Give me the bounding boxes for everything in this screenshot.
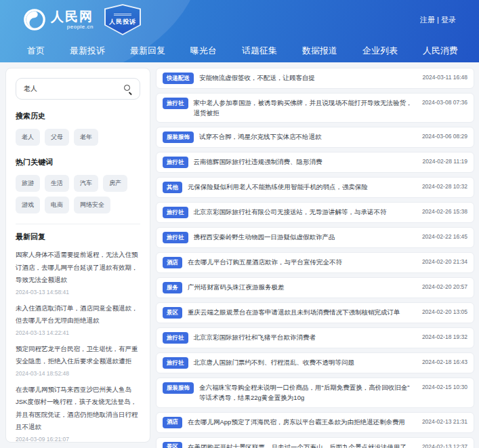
reply-timestamp: 2024-03-09 16:21:07 xyxy=(16,436,140,443)
reply-timestamp: 2024-03-14 18:52:48 xyxy=(16,370,140,377)
hot-keywords-title: 热门关键词 xyxy=(16,157,140,167)
complaint-title: 北京京彩国际旅行社有限公司无接送站，无导游讲解等，与承诺不符 xyxy=(194,207,415,218)
search-history-tag[interactable]: 老年 xyxy=(74,129,98,146)
complaint-row[interactable]: 旅行社 携程西安秦岭野生动物园一日游疑似虚假欺诈产品 2024-02-22 16… xyxy=(156,227,474,248)
search-history-tag[interactable]: 老人 xyxy=(16,129,40,146)
reply-text[interactable]: 在去哪儿网预订马来西亚沙巴州美人鱼岛JSK度假村一晚行程，孩子发烧无法登岛，并且… xyxy=(16,384,140,434)
complaint-row[interactable]: 酒店 在去哪儿网App预定了洱海民宿，房东以平台霸王条款为由拒绝退还剩余费用 2… xyxy=(156,412,474,433)
complaint-title: 重庆云端之眼观景台在游客申请退款且未到场消费情况下强制核销完成订单 xyxy=(188,307,415,318)
category-badge: 服装服饰 xyxy=(163,131,194,143)
shield-label: 人民投诉 xyxy=(109,18,136,26)
complaint-row[interactable]: 景区 在美团购买开封十景区联票，只去过一个万寿山，后面九个景点就没法使用了 20… xyxy=(156,437,474,448)
hot-keyword-tag[interactable]: 网络安全 xyxy=(74,197,110,213)
reply-item: 在去哪儿网预订马来西亚沙巴州美人鱼岛JSK度假村一晚行程，孩子发烧无法登岛，并且… xyxy=(16,384,140,443)
complaint-title: 北京唐人国旅门票约不到、行程混乱、收费不透明等问题 xyxy=(194,357,415,368)
complaint-list: 快递配送 安能物流虚假签收，不配送，让顾客自提 2024-03-11 16:48… xyxy=(156,68,474,448)
complaint-title: 元保保险疑似利用老人不能熟练使用智能手机的弱点，强卖保险 xyxy=(188,182,415,192)
hot-keyword-tag[interactable]: 生活 xyxy=(45,175,69,192)
complaint-row[interactable]: 景区 重庆云端之眼观景台在游客申请退款且未到场消费情况下强制核销完成订单 202… xyxy=(156,302,474,323)
complaint-title: 北京京彩国际旅行社和飞猪平台欺诈消费者 xyxy=(194,332,415,343)
search-history-title: 搜索历史 xyxy=(16,111,140,121)
logo-text: 人民网 people.cn xyxy=(51,10,93,30)
main-navigation: 首页 最新投诉 最新回复 曝光台 话题征集 数据报道 企业列表 人民消费 平台须… xyxy=(0,39,479,62)
search-input[interactable] xyxy=(16,79,140,99)
complaint-title: 云南德辉国际旅行社违规强制消费、隐形消费 xyxy=(194,157,416,167)
nav-item-latest-replies[interactable]: 最新回复 xyxy=(130,45,165,57)
complaint-date: 2024-02-28 11:19 xyxy=(423,157,467,165)
complaint-date: 2024-02-13 12:37 xyxy=(422,442,467,448)
reply-item: 因家人身体不适需要提前返程，无法入住预订酒店，去哪儿网平台延误了退款有效期，导致… xyxy=(16,249,140,296)
left-sidebar: 搜索历史 老人 父母 老年 热门关键词 旅游 生活 汽车 房产 游戏 电商 网络… xyxy=(5,68,150,443)
complaint-title: 安能物流虚假签收，不配送，让顾客自提 xyxy=(199,73,416,83)
logo-title: 人民网 xyxy=(51,10,93,23)
complaint-row[interactable]: 旅行社 北京京彩国际旅行社有限公司无接送站，无导游讲解等，与承诺不符 2024-… xyxy=(156,202,474,223)
complaint-title: 金六福珠宝导购全程未说明一口价商品，用“后期免费置换，高价回收旧金”等话术诱导，… xyxy=(199,382,415,403)
hot-keywords-tags: 旅游 生活 汽车 房产 游戏 电商 网络安全 xyxy=(16,175,140,213)
complaint-date: 2024-03-06 08:29 xyxy=(422,131,467,140)
complaint-title: 在去哪儿网App预定了洱海民宿，房东以平台霸王条款为由拒绝退还剩余费用 xyxy=(188,417,415,428)
complaint-row[interactable]: 旅行社 云南德辉国际旅行社违规强制消费、隐形消费 2024-02-28 11:1… xyxy=(156,152,474,173)
complaint-row[interactable]: 其他 元保保险疑似利用老人不能熟练使用智能手机的弱点，强卖保险 2024-02-… xyxy=(156,177,474,198)
complaint-date: 2024-02-20 20:57 xyxy=(422,282,467,290)
complaint-date: 2024-02-15 10:30 xyxy=(422,382,467,390)
complaint-title: 在去哪儿平台订购五星酒店欺诈，与平台宣传完全不符 xyxy=(188,257,415,268)
hot-keyword-tag[interactable]: 房产 xyxy=(103,175,127,192)
category-badge: 服装服饰 xyxy=(163,382,194,394)
complaint-date: 2024-02-28 10:32 xyxy=(422,182,467,190)
category-badge: 服务 xyxy=(163,282,182,293)
latest-replies-title: 最新回复 xyxy=(16,232,140,242)
category-badge: 旅行社 xyxy=(163,207,188,218)
reply-text[interactable]: 预定同程艺龙平台民宿，卫生堪忧，有严重安全隐患，拒绝入住后要求全额退款遭拒 xyxy=(16,343,140,368)
complaint-date: 2024-02-13 21:31 xyxy=(422,417,467,425)
complaint-date: 2024-03-08 07:36 xyxy=(422,98,467,106)
complaint-row[interactable]: 服装服饰 试穿不合脚，鸿星尔克线下实体店不给退款 2024-03-06 08:2… xyxy=(156,127,474,148)
nav-item-people-consumption[interactable]: 人民消费 xyxy=(423,45,458,57)
reply-timestamp: 2024-03-13 14:58:41 xyxy=(16,289,140,296)
complaint-title: 广州塔财富码头珠江夜游服务极差 xyxy=(188,282,415,293)
hot-keyword-tag[interactable]: 旅游 xyxy=(16,175,40,192)
category-badge: 旅行社 xyxy=(163,232,188,243)
complaint-row[interactable]: 快递配送 安能物流虚假签收，不配送，让顾客自提 2024-03-11 16:48 xyxy=(156,68,474,89)
reply-item: 未入住酒店取消订单，酒店同意全额退款，但去哪儿平台无理由拒绝退款 2024-03… xyxy=(16,302,140,336)
nav-item-topic-collection[interactable]: 话题征集 xyxy=(242,45,277,57)
search-icon[interactable] xyxy=(123,84,133,94)
register-login-links[interactable]: 注册 | 登录 xyxy=(420,15,456,25)
category-badge: 景区 xyxy=(163,307,182,319)
reply-timestamp: 2024-03-13 14:22:41 xyxy=(16,329,140,336)
hot-keyword-tag[interactable]: 电商 xyxy=(45,197,69,213)
hot-keyword-tag[interactable]: 游戏 xyxy=(16,197,40,213)
reply-item: 预定同程艺龙平台民宿，卫生堪忧，有严重安全隐患，拒绝入住后要求全额退款遭拒 20… xyxy=(16,343,140,377)
nav-item-company-list[interactable]: 企业列表 xyxy=(362,45,398,57)
complaint-row[interactable]: 服装服饰 金六福珠宝导购全程未说明一口价商品，用“后期免费置换，高价回收旧金”等… xyxy=(156,378,474,407)
complaint-platform-badge: 人民投诉 xyxy=(104,4,141,35)
complaint-row[interactable]: 旅行社 北京唐人国旅门票约不到、行程混乱、收费不透明等问题 2024-02-18… xyxy=(156,352,474,373)
complaint-date: 2024-03-11 16:48 xyxy=(423,73,467,81)
complaint-date: 2024-02-20 21:34 xyxy=(422,257,467,265)
search-history-tag[interactable]: 父母 xyxy=(45,129,69,146)
complaint-date: 2024-02-18 16:43 xyxy=(422,357,467,365)
nav-item-exposure[interactable]: 曝光台 xyxy=(190,45,217,57)
category-badge: 旅行社 xyxy=(163,157,188,168)
complaint-title: 试穿不合脚，鸿星尔克线下实体店不给退款 xyxy=(199,131,415,142)
complaint-title: 携程西安秦岭野生动物园一日游疑似虚假欺诈产品 xyxy=(194,232,415,243)
complaint-title: 家中老人参加泰国游，被诱导购买佛牌，并且说现场不能打开导致无法验货，退货被拒 xyxy=(194,98,415,118)
reply-text[interactable]: 因家人身体不适需要提前返程，无法入住预订酒店，去哪儿网平台延误了退款有效期，导致… xyxy=(16,249,140,287)
nav-item-latest-complaints[interactable]: 最新投诉 xyxy=(70,45,105,57)
nav-item-data-report[interactable]: 数据报道 xyxy=(302,45,337,57)
complaint-row[interactable]: 旅行社 家中老人参加泰国游，被诱导购买佛牌，并且说现场不能打开导致无法验货，退货… xyxy=(156,93,474,123)
complaint-row[interactable]: 酒店 在去哪儿平台订购五星酒店欺诈，与平台宣传完全不符 2024-02-20 2… xyxy=(156,252,474,273)
latest-replies-section: 最新回复 因家人身体不适需要提前返程，无法入住预订酒店，去哪儿网平台延误了退款有… xyxy=(16,224,140,443)
site-logo[interactable]: 人民网 people.cn xyxy=(23,8,93,31)
shield-decoration xyxy=(114,14,131,16)
category-badge: 景区 xyxy=(163,442,182,448)
complaint-row[interactable]: 服务 广州塔财富码头珠江夜游服务极差 2024-02-20 20:57 xyxy=(156,277,474,298)
category-badge: 快递配送 xyxy=(163,73,194,84)
nav-item-home[interactable]: 首页 xyxy=(27,45,45,57)
category-badge: 酒店 xyxy=(163,417,182,428)
hot-keyword-tag[interactable]: 汽车 xyxy=(74,175,98,192)
complaint-row[interactable]: 旅行社 北京京彩国际旅行社和飞猪平台欺诈消费者 2024-02-18 19:32 xyxy=(156,327,474,348)
search-box xyxy=(16,78,140,100)
logo-subtitle: people.cn xyxy=(51,24,93,30)
reply-text[interactable]: 未入住酒店取消订单，酒店同意全额退款，但去哪儿平台无理由拒绝退款 xyxy=(16,302,140,327)
complaint-date: 2024-02-20 13:05 xyxy=(422,307,467,315)
